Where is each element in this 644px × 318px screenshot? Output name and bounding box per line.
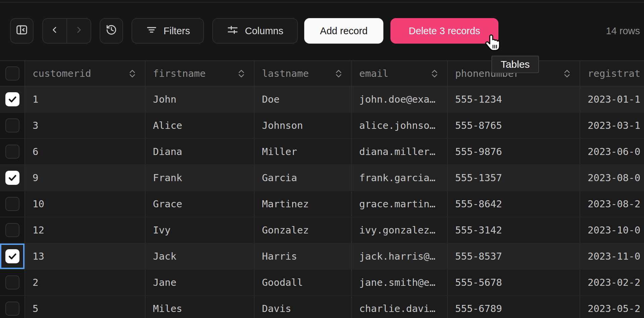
cell-phonenumber[interactable]: 555-8642 — [448, 191, 580, 217]
cell-email[interactable]: charlie.davi… — [352, 296, 448, 318]
cell-firstname[interactable]: John — [146, 87, 255, 112]
sort-icon[interactable] — [237, 68, 245, 79]
cell-registrationdate[interactable]: 2023-08-2 — [580, 191, 644, 217]
cell-firstname[interactable]: Alice — [146, 113, 255, 138]
row-select-cell[interactable] — [0, 87, 25, 112]
table-row[interactable]: 5 Miles Davis charlie.davi… 555-6789 202… — [0, 296, 644, 318]
cell-email[interactable]: alice.johnso… — [352, 113, 448, 138]
row-checkbox[interactable] — [5, 92, 19, 106]
column-header-registrationdate[interactable]: registrat — [580, 61, 644, 86]
filters-button[interactable]: Filters — [131, 18, 204, 44]
column-header-customerid[interactable]: customerid — [25, 61, 146, 86]
cell-phonenumber[interactable]: 555-8765 — [448, 113, 580, 138]
cell-email[interactable]: diana.miller… — [352, 139, 448, 164]
sort-icon[interactable] — [335, 68, 342, 79]
cell-customerid[interactable]: 6 — [25, 139, 146, 164]
cell-firstname[interactable]: Jane — [146, 270, 255, 295]
table-row[interactable]: 6 Diana Miller diana.miller… 555-9876 20… — [0, 139, 644, 165]
table-row[interactable]: 1 John Doe john.doe@exa… 555-1234 2023-0… — [0, 87, 644, 113]
table-row[interactable]: 3 Alice Johnson alice.johnso… 555-8765 2… — [0, 113, 644, 139]
cell-customerid[interactable]: 1 — [25, 87, 146, 112]
row-checkbox[interactable] — [5, 118, 19, 132]
table-row[interactable]: 13 Jack Harris jack.harris@… 555-8537 20… — [0, 244, 644, 270]
back-button[interactable] — [43, 19, 66, 43]
row-checkbox[interactable] — [5, 145, 19, 159]
row-checkbox[interactable] — [5, 223, 19, 237]
cell-lastname[interactable]: Doe — [255, 87, 352, 112]
cell-lastname[interactable]: Miller — [255, 139, 352, 164]
cell-email[interactable]: john.doe@exa… — [352, 87, 448, 112]
cell-lastname[interactable]: Garcia — [255, 165, 352, 191]
row-checkbox[interactable] — [5, 275, 19, 289]
cell-firstname[interactable]: Ivy — [146, 217, 255, 243]
table-row[interactable]: 2 Jane Goodall jane.smith@e… 555-5678 20… — [0, 270, 644, 296]
cell-email[interactable]: frank.garcia… — [352, 165, 448, 191]
cell-registrationdate[interactable]: 2023-10-0 — [580, 217, 644, 243]
cell-registrationdate[interactable]: 2023-05-2 — [580, 296, 644, 318]
cell-firstname[interactable]: Grace — [146, 191, 255, 217]
column-header-lastname[interactable]: lastname — [255, 61, 352, 86]
cell-phonenumber[interactable]: 555-3142 — [448, 217, 580, 243]
row-select-cell[interactable] — [0, 270, 25, 295]
cell-lastname[interactable]: Goodall — [255, 270, 352, 295]
query-history-button[interactable] — [100, 18, 123, 44]
row-select-cell[interactable] — [0, 296, 25, 318]
row-checkbox[interactable] — [5, 171, 19, 185]
cell-firstname[interactable]: Frank — [146, 165, 255, 191]
row-select-cell[interactable] — [0, 139, 25, 164]
cell-phonenumber[interactable]: 555-9876 — [448, 139, 580, 164]
row-select-cell[interactable] — [0, 165, 25, 191]
delete-records-button[interactable]: Delete 3 records — [390, 18, 498, 44]
toggle-sidebar-button[interactable] — [10, 18, 34, 44]
cell-lastname[interactable]: Martinez — [255, 191, 352, 217]
cell-customerid[interactable]: 5 — [25, 296, 146, 318]
cell-email[interactable]: ivy.gonzalez… — [352, 217, 448, 243]
row-select-cell[interactable] — [0, 217, 25, 243]
cell-phonenumber[interactable]: 555-6789 — [448, 296, 580, 318]
cell-customerid[interactable]: 13 — [25, 244, 146, 269]
row-checkbox[interactable] — [5, 197, 19, 211]
cell-customerid[interactable]: 12 — [25, 217, 146, 243]
cell-registrationdate[interactable]: 2023-11-0 — [580, 244, 644, 269]
column-header-email[interactable]: email — [352, 61, 448, 86]
cell-lastname[interactable]: Gonzalez — [255, 217, 352, 243]
cell-lastname[interactable]: Harris — [255, 244, 352, 269]
cell-phonenumber[interactable]: 555-1234 — [448, 87, 580, 112]
table-row[interactable]: 12 Ivy Gonzalez ivy.gonzalez… 555-3142 2… — [0, 217, 644, 244]
row-checkbox[interactable] — [5, 249, 19, 263]
cell-customerid[interactable]: 2 — [25, 270, 146, 295]
cell-phonenumber[interactable]: 555-5678 — [448, 270, 580, 295]
column-header-firstname[interactable]: firstname — [146, 61, 255, 86]
select-all-checkbox[interactable] — [5, 66, 19, 81]
cell-registrationdate[interactable]: 2023-06-0 — [580, 139, 644, 164]
table-row[interactable]: 9 Frank Garcia frank.garcia… 555-1357 20… — [0, 165, 644, 191]
table-row[interactable]: 10 Grace Martinez grace.martin… 555-8642… — [0, 191, 644, 217]
columns-button[interactable]: Columns — [212, 18, 298, 44]
cell-customerid[interactable]: 3 — [25, 113, 146, 138]
cell-customerid[interactable]: 9 — [25, 165, 146, 191]
cell-customerid[interactable]: 10 — [25, 191, 146, 217]
cell-phonenumber[interactable]: 555-1357 — [448, 165, 580, 191]
cell-registrationdate[interactable]: 2023-03-1 — [580, 113, 644, 138]
cell-firstname[interactable]: Miles — [146, 296, 255, 318]
cell-email[interactable]: grace.martin… — [352, 191, 448, 217]
cell-registrationdate[interactable]: 2023-02-2 — [580, 270, 644, 295]
cell-lastname[interactable]: Davis — [255, 296, 352, 318]
cell-registrationdate[interactable]: 2023-08-0 — [580, 165, 644, 191]
cell-email[interactable]: jack.harris@… — [352, 244, 448, 269]
cell-lastname[interactable]: Johnson — [255, 113, 352, 138]
cell-email[interactable]: jane.smith@e… — [352, 270, 448, 295]
sort-icon[interactable] — [431, 68, 438, 79]
row-select-cell[interactable] — [0, 244, 25, 269]
cell-registrationdate[interactable]: 2023-01-1 — [580, 87, 644, 112]
sort-icon[interactable] — [128, 68, 136, 79]
sort-icon[interactable] — [563, 68, 571, 79]
add-record-button[interactable]: Add record — [304, 18, 383, 44]
row-select-cell[interactable] — [0, 191, 25, 217]
select-all-cell[interactable] — [0, 61, 25, 86]
cell-firstname[interactable]: Diana — [146, 139, 255, 164]
cell-phonenumber[interactable]: 555-8537 — [448, 244, 580, 269]
cell-firstname[interactable]: Jack — [146, 244, 255, 269]
forward-button[interactable] — [67, 19, 91, 43]
row-checkbox[interactable] — [5, 302, 19, 316]
